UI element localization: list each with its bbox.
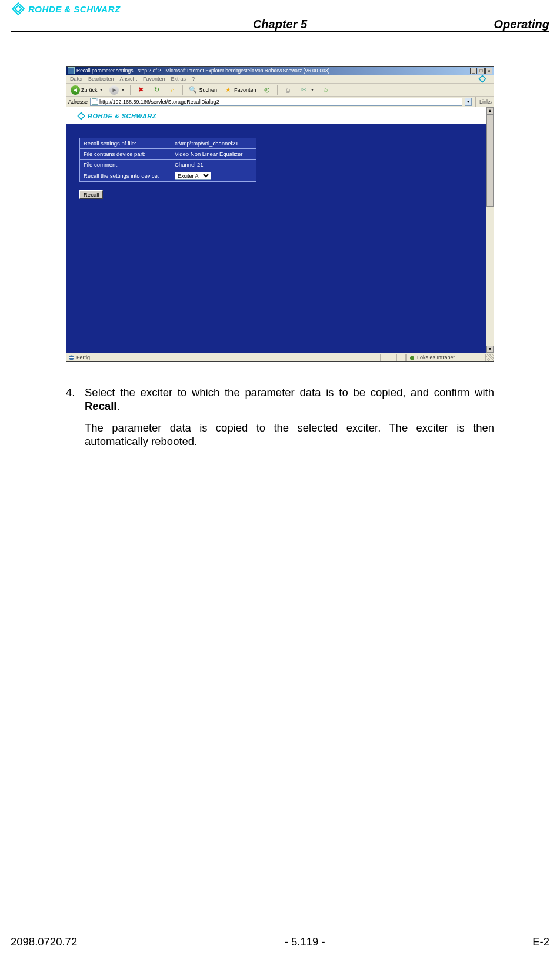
scroll-down-button[interactable]: ▼ [486,346,494,353]
address-label: Adresse [68,99,88,105]
mail-button[interactable]: ✉▼ [296,84,316,96]
favorites-button[interactable]: ★ Favoriten [221,84,259,96]
back-arrow-icon: ◄ [71,85,80,95]
search-button[interactable]: 🔍 Suchen [186,84,219,96]
back-button[interactable]: ◄ Zurück ▼ [68,84,105,96]
row-value: Video Non Linear Equalizer [171,149,256,160]
address-input[interactable]: http://192.168.59.166/servlet/StorageRec… [90,98,462,106]
device-select[interactable]: Exciter A [175,172,211,180]
toolbar-separator [130,85,131,95]
brand-text: ROHDE & SCHWARZ [28,4,121,14]
step-paragraph: Select the exciter to which the paramete… [85,386,494,413]
forward-button[interactable]: ► ▼ [107,84,127,96]
rs-corner-icon [475,75,490,83]
row-label: Recall settings of file: [80,138,171,149]
table-row: File contains device part: Video Non Lin… [80,149,256,160]
menu-view[interactable]: Ansicht [120,76,138,82]
scroll-thumb[interactable] [486,114,494,207]
toolbar-separator [475,97,476,107]
chevron-down-icon: ▼ [121,88,125,92]
search-icon: 🔍 [188,85,198,95]
recall-settings-table: Recall settings of file: c:\tmp\tmp\vnl_… [79,138,256,182]
browser-toolbar: ◄ Zurück ▼ ► ▼ ✖ ↻ ⌂ 🔍 Suchen ★ Favorite… [66,84,494,97]
menu-help[interactable]: ? [192,76,195,82]
footer-center: - 5.119 - [285,935,325,948]
brand-diamond-icon [11,1,26,16]
brand-diamond-icon [77,112,85,120]
row-value: Channel 21 [171,160,256,170]
banner-brand: ROHDE & SCHWARZ [77,112,156,120]
home-button[interactable]: ⌂ [165,84,179,96]
page-icon [92,98,98,105]
row-label: Recall the settings into device: [80,170,171,182]
status-cell [398,354,406,361]
resize-grip[interactable] [486,354,494,361]
refresh-button[interactable]: ↻ [149,84,164,96]
table-row: File comment: Channel 21 [80,160,256,170]
favorites-label: Favoriten [234,87,256,93]
header-section: Operating [494,18,549,31]
banner-brand-text: ROHDE & SCHWARZ [88,112,156,120]
search-label: Suchen [199,87,217,93]
browser-viewport: ROHDE & SCHWARZ Recall settings of file:… [66,107,494,353]
chevron-down-icon: ▼ [310,88,314,92]
scroll-up-button[interactable]: ▲ [486,107,494,114]
window-title: Recall parameter settings - step 2 of 2 … [76,68,470,74]
intranet-icon [409,354,415,361]
messenger-button[interactable]: ☺ [318,84,332,96]
page-footer: 2098.0720.72 - 5.119 - E-2 [11,935,549,948]
menu-edit[interactable]: Bearbeiten [88,76,114,82]
stop-button[interactable]: ✖ [134,84,148,96]
close-button[interactable]: × [485,68,492,74]
messenger-icon: ☺ [321,85,330,95]
address-bar: Adresse http://192.168.59.166/servlet/St… [66,97,494,107]
chapter-title: Chapter 5 [11,18,549,31]
links-label[interactable]: Links [479,99,492,105]
zone-text: Lokales Intranet [417,354,455,360]
address-dropdown[interactable]: ▼ [465,98,472,106]
svg-rect-3 [78,112,84,119]
browser-screenshot: Recall parameter settings - step 2 of 2 … [66,66,494,362]
status-bar: Fertig Lokales Intranet [66,353,494,361]
menu-file[interactable]: Datei [70,76,82,82]
address-url: http://192.168.59.166/servlet/StorageRec… [99,99,219,105]
menu-favorites[interactable]: Favoriten [143,76,165,82]
maximize-button[interactable]: □ [478,68,485,74]
step-paragraph: The parameter data is copied to the sele… [85,421,494,448]
window-titlebar: Recall parameter settings - step 2 of 2 … [66,67,494,75]
status-cell [380,354,388,361]
minimize-button[interactable]: _ [470,68,477,74]
history-button[interactable]: ◴ [260,84,274,96]
toolbar-separator [182,85,183,95]
page-content: ROHDE & SCHWARZ Recall settings of file:… [66,107,486,353]
printer-icon: ⎙ [283,85,292,95]
step-number: 4. [66,386,79,457]
back-label: Zurück [81,87,98,93]
page-header: ROHDE & SCHWARZ Chapter 5 Operating [11,0,549,32]
footer-left: 2098.0720.72 [11,935,77,948]
vertical-scrollbar[interactable]: ▲ ▼ [486,107,494,353]
status-cell [389,354,397,361]
menu-bar: Datei Bearbeiten Ansicht Favoriten Extra… [66,75,494,84]
ie-icon [68,354,75,361]
status-text: Fertig [76,354,90,360]
chevron-down-icon: ▼ [99,88,104,92]
step-item: 4. Select the exciter to which the param… [66,386,494,457]
forward-arrow-icon: ► [109,85,119,95]
scroll-track[interactable] [486,114,494,346]
row-value: c:\tmp\tmp\vnl_channel21 [171,138,256,149]
print-button[interactable]: ⎙ [281,84,295,96]
menu-extras[interactable]: Extras [171,76,186,82]
toolbar-separator [277,85,278,95]
row-label: File contains device part: [80,149,171,160]
svg-rect-1 [15,5,21,12]
page-banner: ROHDE & SCHWARZ [66,107,486,127]
brand-logo: ROHDE & SCHWARZ [11,1,121,16]
row-label: File comment: [80,160,171,170]
history-icon: ◴ [262,85,272,95]
mail-icon: ✉ [299,85,308,95]
recall-button[interactable]: Recall [79,190,103,199]
svg-rect-2 [479,75,485,82]
security-zone: Lokales Intranet [406,354,486,361]
table-row: Recall settings of file: c:\tmp\tmp\vnl_… [80,138,256,149]
